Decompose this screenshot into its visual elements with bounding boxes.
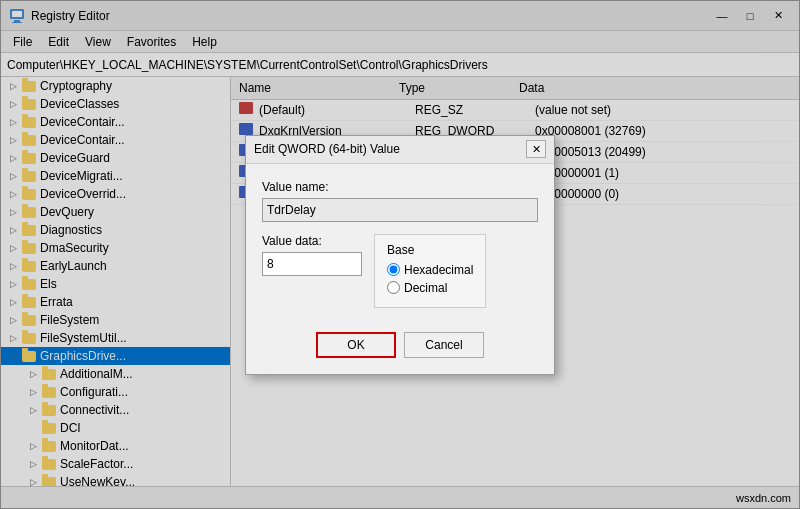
value-data-input[interactable] bbox=[262, 252, 362, 276]
ok-button[interactable]: OK bbox=[316, 332, 396, 358]
radio-dec-row: Decimal bbox=[387, 281, 473, 295]
dialog-close-button[interactable]: ✕ bbox=[526, 140, 546, 158]
radio-decimal[interactable] bbox=[387, 281, 400, 294]
dialog-title-bar: Edit QWORD (64-bit) Value ✕ bbox=[246, 136, 554, 164]
value-name-label: Value name: bbox=[262, 180, 538, 194]
radio-hexadecimal[interactable] bbox=[387, 263, 400, 276]
radio-dec-label: Decimal bbox=[404, 281, 447, 295]
cancel-button[interactable]: Cancel bbox=[404, 332, 484, 358]
dialog-title: Edit QWORD (64-bit) Value bbox=[254, 142, 400, 156]
radio-hex-row: Hexadecimal bbox=[387, 263, 473, 277]
value-data-label: Value data: bbox=[262, 234, 362, 248]
radio-hex-label: Hexadecimal bbox=[404, 263, 473, 277]
dialog-data-row: Value data: Base Hexadecimal Decimal bbox=[262, 234, 538, 308]
base-group: Base Hexadecimal Decimal bbox=[374, 234, 486, 308]
edit-qword-dialog: Edit QWORD (64-bit) Value ✕ Value name: … bbox=[245, 135, 555, 375]
value-name-input[interactable] bbox=[262, 198, 538, 222]
base-label: Base bbox=[387, 243, 473, 257]
dialog-buttons: OK Cancel bbox=[246, 324, 554, 374]
dialog-body: Value name: Value data: Base Hexadecimal… bbox=[246, 164, 554, 324]
dialog-overlay: Edit QWORD (64-bit) Value ✕ Value name: … bbox=[0, 0, 800, 509]
value-data-section: Value data: bbox=[262, 234, 362, 276]
